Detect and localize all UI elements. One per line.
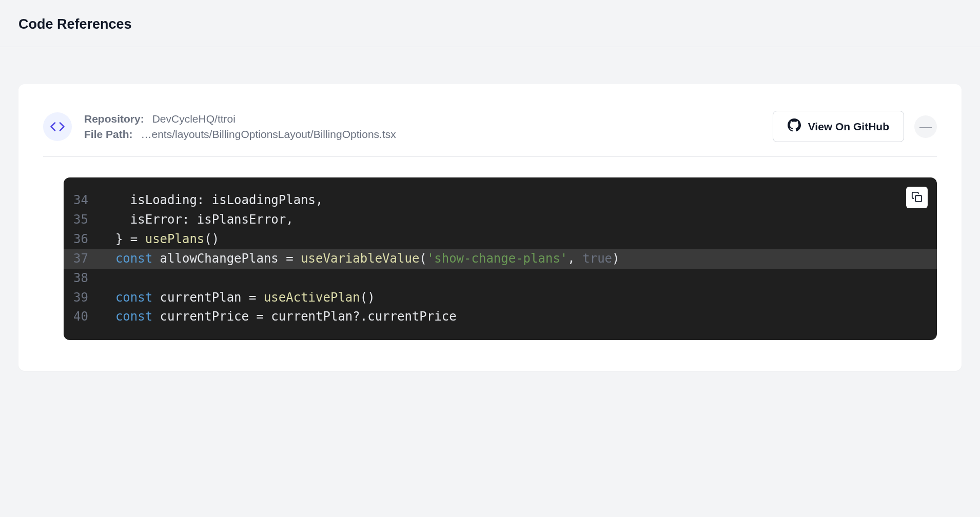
code-line: 34 isLoading: isLoadingPlans,: [64, 191, 937, 210]
view-on-github-button[interactable]: View On GitHub: [773, 111, 904, 142]
line-number: 39: [64, 288, 101, 308]
copy-icon: [911, 191, 923, 204]
code-lines: 34 isLoading: isLoadingPlans,35 isError:…: [64, 191, 937, 327]
line-number: 36: [64, 230, 101, 249]
code-line: 38: [64, 269, 937, 288]
card-header-left: Repository: DevCycleHQ/ttroi File Path: …: [43, 112, 396, 141]
minus-icon: —: [919, 120, 932, 134]
code-line: 40 const currentPrice = currentPlan?.cur…: [64, 307, 937, 327]
content-area: Repository: DevCycleHQ/ttroi File Path: …: [0, 47, 980, 389]
card-header: Repository: DevCycleHQ/ttroi File Path: …: [43, 111, 937, 157]
line-number: 35: [64, 210, 101, 230]
code-reference-card: Repository: DevCycleHQ/ttroi File Path: …: [18, 84, 962, 371]
code-icon: [43, 112, 72, 141]
line-number: 38: [64, 269, 101, 288]
repository-row: Repository: DevCycleHQ/ttroi: [84, 113, 396, 125]
page-title: Code References: [18, 16, 962, 32]
page-header: Code References: [0, 0, 980, 47]
repository-label: Repository:: [84, 113, 144, 125]
code-line: 39 const currentPlan = useActivePlan(): [64, 288, 937, 308]
line-content: const allowChangePlans = useVariableValu…: [101, 249, 632, 269]
filepath-row: File Path: …ents/layouts/BillingOptionsL…: [84, 128, 396, 141]
line-content: isLoading: isLoadingPlans,: [101, 191, 335, 210]
filepath-label: File Path:: [84, 128, 133, 141]
svg-rect-0: [915, 195, 922, 202]
card-header-right: View On GitHub —: [773, 111, 937, 142]
line-content: } = usePlans(): [101, 230, 231, 249]
line-number: 40: [64, 307, 101, 327]
copy-button[interactable]: [906, 187, 928, 208]
line-content: isError: isPlansError,: [101, 210, 306, 230]
collapse-button[interactable]: —: [914, 115, 937, 138]
code-line: 35 isError: isPlansError,: [64, 210, 937, 230]
line-content: const currentPrice = currentPlan?.curren…: [101, 307, 469, 327]
line-number: 37: [64, 249, 101, 269]
repository-value: DevCycleHQ/ttroi: [152, 113, 236, 125]
code-line: 37 const allowChangePlans = useVariableV…: [64, 249, 937, 269]
repo-info: Repository: DevCycleHQ/ttroi File Path: …: [84, 113, 396, 141]
code-line: 36 } = usePlans(): [64, 230, 937, 249]
code-block: 34 isLoading: isLoadingPlans,35 isError:…: [64, 177, 937, 340]
filepath-value: …ents/layouts/BillingOptionsLayout/Billi…: [141, 128, 396, 141]
github-button-label: View On GitHub: [808, 121, 889, 133]
github-icon: [788, 118, 801, 134]
line-number: 34: [64, 191, 101, 210]
line-content: const currentPlan = useActivePlan(): [101, 288, 387, 308]
